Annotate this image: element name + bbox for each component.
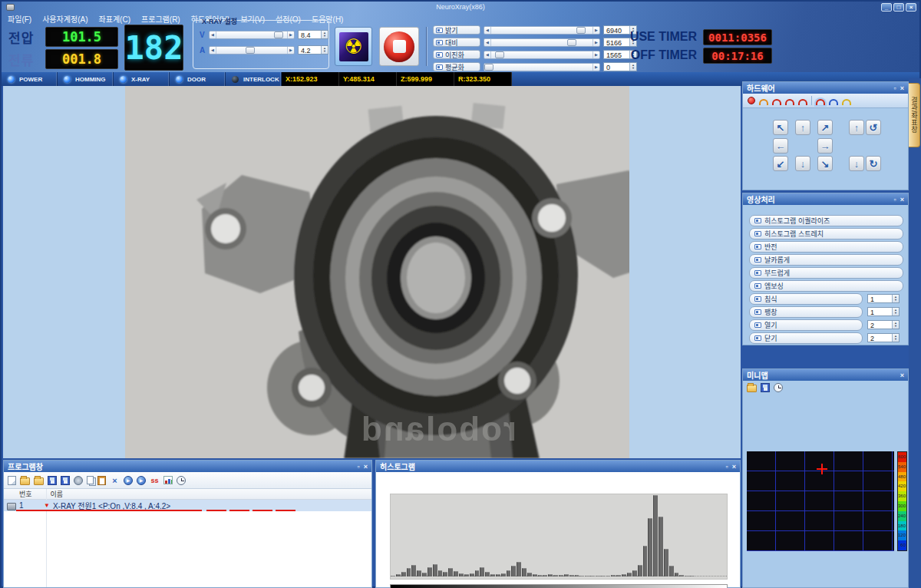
- adjust-label-button-1[interactable]: 대비: [433, 38, 480, 47]
- ip-button-0[interactable]: 히스토그램 이퀄라이즈: [749, 215, 903, 226]
- adjust-slider-0[interactable]: ◀▶: [484, 26, 600, 35]
- slider-left-arrow[interactable]: ◀: [484, 51, 491, 58]
- xray-slider-A[interactable]: ◀▶: [209, 46, 295, 55]
- gauge-yellow-icon[interactable]: [842, 99, 851, 105]
- record-dot-icon[interactable]: [748, 97, 755, 104]
- adjust-label-button-3[interactable]: 평균화: [433, 62, 480, 71]
- close-icon[interactable]: ×: [900, 372, 904, 379]
- slider-left-arrow[interactable]: ◀: [210, 47, 216, 54]
- minimap-grid[interactable]: [747, 451, 894, 551]
- gauge-orange-icon[interactable]: [759, 99, 768, 105]
- menu-item-2[interactable]: 좌표계(C): [99, 13, 130, 25]
- close-icon[interactable]: ×: [364, 463, 368, 471]
- save-icon[interactable]: [48, 476, 57, 485]
- adjust-label-button-0[interactable]: 밝기: [433, 25, 480, 35]
- pin-icon[interactable]: ▫: [894, 196, 896, 203]
- title-bar[interactable]: NeuroXray(x86) _ □ ×: [2, 2, 919, 12]
- pin-icon[interactable]: ▫: [726, 463, 728, 471]
- slider-left-arrow[interactable]: ◀: [484, 39, 491, 46]
- ip-button-5[interactable]: 엠보싱: [749, 280, 903, 292]
- sep-icon[interactable]: [811, 96, 812, 105]
- aux-arrow-button-1[interactable]: ↺: [866, 120, 881, 135]
- aux-arrow-button-0[interactable]: ↑: [849, 120, 864, 135]
- slider-right-arrow[interactable]: ▶: [593, 27, 599, 34]
- ip-button-3[interactable]: 날카롭게: [749, 254, 903, 266]
- spinner-arrows-icon[interactable]: ▲▼: [321, 31, 328, 38]
- ip-spin-button-0[interactable]: 침식: [749, 293, 863, 305]
- close-icon[interactable]: ×: [900, 84, 904, 92]
- slider-right-arrow[interactable]: ▶: [593, 64, 599, 71]
- spinner-arrows-icon[interactable]: ▲▼: [892, 321, 899, 329]
- gauge-red-icon[interactable]: [772, 99, 781, 105]
- gauge-blue-icon[interactable]: [829, 99, 838, 105]
- gauge-red-sel-icon[interactable]: [816, 99, 825, 105]
- xray-slider-V[interactable]: ◀▶: [209, 31, 295, 39]
- save-icon[interactable]: [761, 383, 770, 392]
- aux-arrow-button-2[interactable]: ↓: [849, 156, 864, 171]
- spinner-arrows-icon[interactable]: ▲▼: [321, 46, 328, 54]
- slider-right-arrow[interactable]: ▶: [593, 51, 599, 58]
- ip-spin-button-3[interactable]: 닫기: [749, 332, 863, 344]
- ip-button-2[interactable]: 반전: [749, 241, 903, 253]
- play-icon[interactable]: ▶: [137, 476, 146, 485]
- spinner-arrows-icon[interactable]: ▲▼: [629, 63, 636, 71]
- ip-spin-button-2[interactable]: 열기: [749, 319, 863, 331]
- gauge-red-icon[interactable]: [798, 99, 807, 105]
- menu-item-3[interactable]: 프로그램(R): [141, 13, 180, 25]
- move-arrow-button-4[interactable]: →: [817, 138, 833, 154]
- folder-icon[interactable]: [20, 477, 30, 485]
- ip-spin-1[interactable]: 1▲▼: [867, 307, 900, 316]
- side-tab-results[interactable]: 결과/좌표창: [909, 83, 920, 147]
- restore-button[interactable]: □: [893, 3, 904, 12]
- move-arrow-button-0[interactable]: ↖: [773, 120, 788, 135]
- spinner-arrows-icon[interactable]: ▲▼: [892, 334, 899, 342]
- move-arrow-button-6[interactable]: ↓: [795, 156, 810, 171]
- close-icon[interactable]: ×: [732, 463, 736, 471]
- slider-thumb[interactable]: [567, 39, 576, 46]
- slider-thumb[interactable]: [484, 64, 494, 71]
- adjust-slider-3[interactable]: ◀▶: [484, 63, 600, 71]
- xray-stop-button[interactable]: [379, 27, 419, 66]
- ip-button-1[interactable]: 히스토그램 스트레치: [749, 228, 903, 239]
- slider-right-arrow[interactable]: ▶: [593, 39, 599, 46]
- xray-spin-A[interactable]: 4.2▲▼: [298, 45, 328, 55]
- image-viewport[interactable]: roboland: [3, 86, 741, 458]
- pin-icon[interactable]: ▫: [358, 463, 360, 471]
- ip-button-4[interactable]: 부드럽게: [749, 267, 903, 279]
- page-icon[interactable]: [8, 476, 16, 485]
- play-icon[interactable]: ▶: [124, 476, 133, 485]
- tool-icon[interactable]: [74, 476, 83, 485]
- clock-icon[interactable]: [774, 383, 783, 392]
- xmark-icon[interactable]: ×: [110, 476, 120, 485]
- adjust-slider-1[interactable]: ◀▶: [484, 38, 600, 47]
- folder-icon[interactable]: [747, 385, 757, 392]
- paste-icon[interactable]: [97, 476, 106, 485]
- save-icon[interactable]: [61, 476, 70, 485]
- close-icon[interactable]: ×: [900, 196, 904, 203]
- menu-item-1[interactable]: 사용자계정(A): [42, 13, 87, 25]
- menu-item-0[interactable]: 파일(F): [8, 13, 31, 25]
- ip-spin-2[interactable]: 2▲▼: [867, 320, 900, 329]
- slider-left-arrow[interactable]: ◀: [484, 27, 491, 34]
- slider-thumb[interactable]: [576, 27, 586, 34]
- spinner-arrows-icon[interactable]: ▲▼: [892, 295, 899, 302]
- xray-on-button[interactable]: ☢: [335, 27, 372, 66]
- adjust-slider-2[interactable]: ◀▶: [484, 51, 600, 59]
- move-arrow-button-5[interactable]: ↙: [773, 156, 788, 171]
- aux-arrow-button-3[interactable]: ↻: [866, 156, 881, 171]
- chart-icon[interactable]: [163, 476, 173, 484]
- move-arrow-button-7[interactable]: ↘: [817, 156, 833, 171]
- move-arrow-button-1[interactable]: ↑: [795, 120, 810, 135]
- slider-thumb[interactable]: [274, 31, 283, 38]
- ip-spin-0[interactable]: 1▲▼: [867, 294, 900, 303]
- adjust-spin-3[interactable]: 0▲▼: [603, 62, 637, 71]
- slider-left-arrow[interactable]: ◀: [210, 31, 216, 38]
- slider-thumb[interactable]: [495, 51, 504, 58]
- gauge-red-icon[interactable]: [785, 99, 794, 105]
- move-arrow-button-2[interactable]: ↗: [817, 120, 833, 135]
- ip-spin-button-1[interactable]: 팽창: [749, 306, 863, 318]
- slider-right-arrow[interactable]: ▶: [287, 31, 294, 38]
- copy-icon[interactable]: [87, 476, 94, 484]
- adjust-label-button-2[interactable]: 이진화: [433, 50, 480, 59]
- slider-thumb[interactable]: [246, 47, 255, 54]
